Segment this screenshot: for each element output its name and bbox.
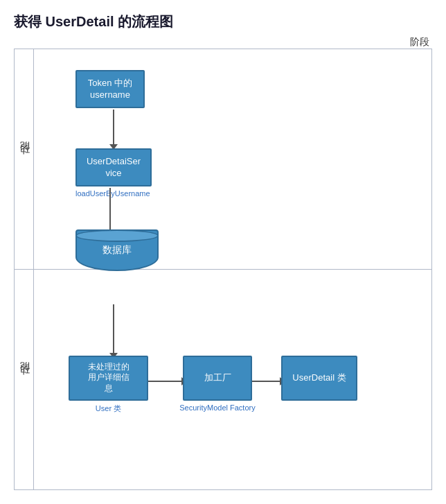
service-box-label: UserDetaiService [87,156,141,180]
userdetail-box: UserDetail 类 [281,356,357,401]
bottom-half: 未处理过的用户详细信息 User 类 加工厂 SecurityModel Fac… [34,270,431,490]
factory-box: 加工厂 [183,356,252,401]
raw-box-label: 未处理过的用户详细信息 [88,362,130,394]
db-top-ellipse [75,229,159,242]
load-label: loadUserByUsername [75,189,150,198]
left-labels: 功能 功能 [15,49,34,489]
service-box: UserDetaiService [75,148,152,186]
userdetail-box-label: UserDetail 类 [292,372,346,384]
bottom-label-cell: 功能 [15,270,33,489]
token-box-label: Token 中的username [88,78,132,101]
arrow-token-service [109,110,118,150]
diagram-area: 功能 功能 Token 中的username [14,49,432,490]
token-box: Token 中的username [75,70,145,108]
bottom-vertical-label: 功能 [18,377,30,383]
user-class-label: User 类 [69,403,148,414]
arrow-factory-userdetail [252,377,285,385]
content-area: Token 中的username UserDetaiService loadUs… [34,49,431,489]
top-vertical-label: 功能 [18,157,30,162]
factory-label: SecurityModel Factory [176,403,259,412]
arrow-raw-factory [148,377,187,385]
arrow-db-raw [109,304,118,358]
page-title: 获得 UserDetail 的流程图 [0,0,446,38]
top-label-cell: 功能 [15,49,33,270]
factory-box-label: 加工厂 [204,372,231,384]
page: 获得 UserDetail 的流程图 阶段 功能 功能 Token 中的user… [0,0,446,504]
stage-label: 阶段 [410,36,429,49]
db-box-label: 数据库 [102,244,132,257]
raw-box: 未处理过的用户详细信息 [69,356,148,401]
arrow-service-db [109,188,111,229]
